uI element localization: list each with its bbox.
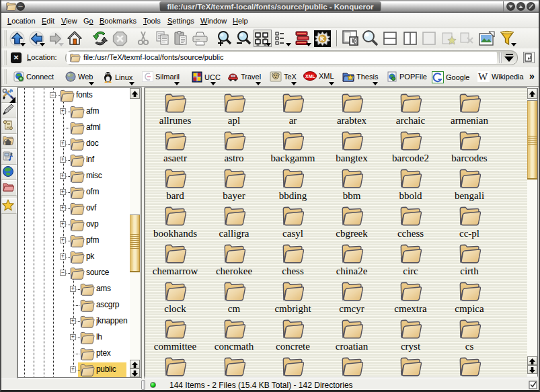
svg-text:K: K [320, 36, 325, 42]
svg-text:W: W [478, 71, 488, 82]
svg-text:XML: XML [305, 74, 316, 79]
